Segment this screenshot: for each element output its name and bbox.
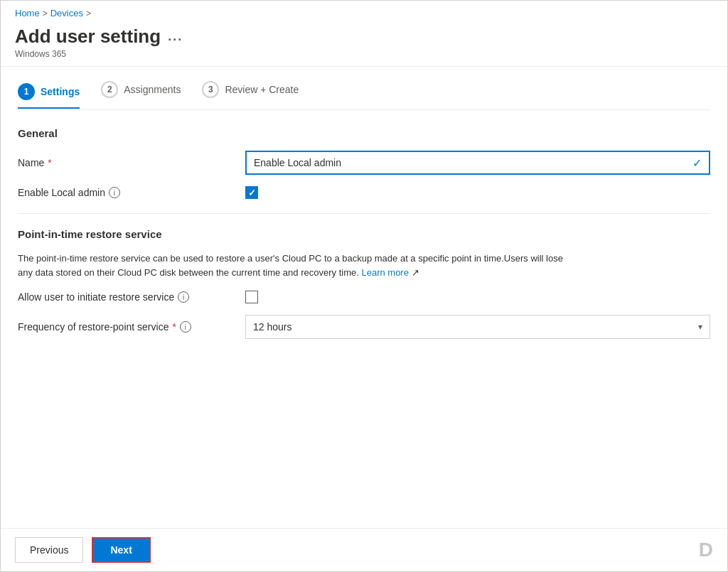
breadcrumb-devices[interactable]: Devices	[50, 8, 83, 18]
enable-local-admin-info-icon[interactable]: i	[109, 187, 120, 198]
name-required-star: *	[48, 157, 51, 168]
step-1-label: Settings	[41, 86, 80, 97]
footer: Previous Next	[1, 528, 727, 571]
frequency-select-wrapper: 12 hours ▾	[245, 315, 710, 339]
allow-restore-label: Allow user to initiate restore service i	[18, 291, 245, 303]
allow-restore-checkbox[interactable]	[245, 291, 258, 303]
external-link-icon: ↗	[412, 267, 419, 278]
step-settings[interactable]: 1 Settings	[18, 83, 80, 109]
step-1-circle: 1	[18, 83, 35, 100]
step-review-create[interactable]: 3 Review + Create	[202, 81, 299, 101]
breadcrumb-home[interactable]: Home	[15, 8, 40, 18]
frequency-select[interactable]: 12 hours ▾	[245, 315, 710, 339]
general-section: General Name * ✓ Enable Local admin i	[18, 127, 710, 199]
frequency-value: 12 hours	[253, 321, 291, 333]
breadcrumb-sep2: >	[86, 9, 91, 18]
step-3-label: Review + Create	[225, 84, 299, 95]
previous-button[interactable]: Previous	[15, 537, 83, 563]
steps-navigation: 1 Settings 2 Assignments 3 Review + Crea…	[18, 81, 710, 110]
general-section-title: General	[18, 127, 710, 139]
page-header: Add user setting ... Windows 365	[1, 23, 727, 67]
breadcrumb: Home > Devices >	[1, 1, 727, 23]
step-3-circle: 3	[202, 81, 219, 98]
step-2-label: Assignments	[124, 84, 181, 95]
frequency-row: Frequency of restore-point service * i 1…	[18, 315, 710, 339]
frequency-info-icon[interactable]: i	[180, 321, 191, 333]
page-subtitle: Windows 365	[15, 49, 713, 59]
name-label: Name *	[18, 157, 245, 168]
checkbox-checkmark: ✓	[248, 188, 256, 198]
frequency-required-star: *	[172, 321, 176, 333]
step-2-circle: 2	[101, 81, 118, 98]
more-options-icon[interactable]: ...	[168, 29, 183, 44]
restore-section: Point-in-time restore service The point-…	[18, 228, 710, 339]
frequency-label: Frequency of restore-point service * i	[18, 321, 245, 333]
allow-restore-row: Allow user to initiate restore service i	[18, 291, 710, 303]
step-assignments[interactable]: 2 Assignments	[101, 81, 181, 101]
logo-watermark: D	[699, 539, 713, 561]
input-check-icon: ✓	[692, 156, 702, 170]
section-divider	[18, 213, 710, 214]
content-area: 1 Settings 2 Assignments 3 Review + Crea…	[1, 67, 727, 528]
restore-description: The point-in-time restore service can be…	[18, 252, 572, 279]
allow-restore-info-icon[interactable]: i	[178, 291, 189, 303]
breadcrumb-sep1: >	[43, 9, 48, 18]
enable-local-admin-label: Enable Local admin i	[18, 187, 245, 198]
chevron-down-icon: ▾	[698, 322, 702, 332]
page-title-text: Add user setting	[15, 26, 161, 48]
next-button[interactable]: Next	[92, 537, 150, 563]
enable-local-admin-row: Enable Local admin i ✓	[18, 186, 710, 199]
name-input-wrapper[interactable]: ✓	[245, 151, 710, 175]
name-row: Name * ✓	[18, 151, 710, 175]
name-input[interactable]	[254, 157, 692, 168]
restore-section-title: Point-in-time restore service	[18, 228, 710, 240]
enable-local-admin-checkbox[interactable]: ✓	[245, 186, 258, 199]
learn-more-link[interactable]: Learn more	[361, 267, 408, 278]
